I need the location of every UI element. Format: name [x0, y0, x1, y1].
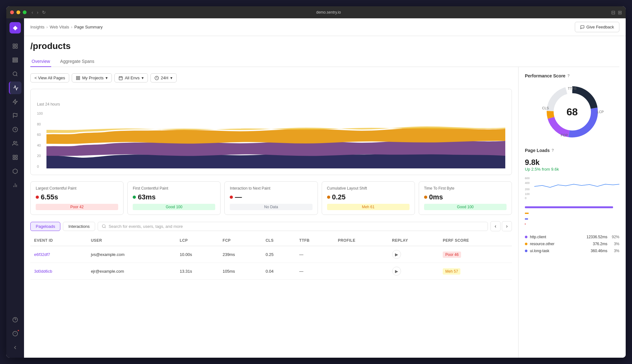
col-user[interactable]: USER: [87, 235, 176, 246]
sidebar-item-grid[interactable]: [9, 151, 21, 164]
col-lcp[interactable]: LCP: [176, 235, 219, 246]
page-header: /products Overview Aggregate Spans: [24, 36, 626, 67]
window-minimize[interactable]: ⊟: [611, 9, 615, 15]
projects-filter[interactable]: My Projects ▾: [72, 73, 112, 82]
event-id-link[interactable]: e6f32df7: [34, 252, 50, 257]
perf-score-info-icon[interactable]: ?: [567, 74, 569, 78]
replay-button[interactable]: ▶: [392, 267, 401, 276]
svg-text:600: 600: [525, 177, 530, 180]
metric-lcp-dot: [36, 196, 39, 199]
sidebar-item-performance[interactable]: [9, 82, 21, 94]
tab-overview[interactable]: Overview: [30, 56, 51, 67]
app-window: ‹ › ↻ demo.sentry.io ⊟ ⊞ ◆: [6, 6, 626, 358]
cell-lcp: 13.31s: [176, 263, 219, 280]
resource-time: 376.2ms: [593, 242, 607, 246]
content-area: < View All Pages My Projects ▾ All Envs …: [24, 67, 626, 358]
sidebar-item-releases[interactable]: [9, 123, 21, 136]
svg-rect-3: [16, 47, 17, 48]
svg-point-32: [102, 225, 105, 228]
next-page-button[interactable]: ›: [502, 221, 512, 231]
search-bar[interactable]: Search for events, users, tags, and more: [98, 222, 488, 231]
sidebar-item-package[interactable]: [9, 165, 21, 178]
col-ttfb[interactable]: TTFB: [295, 235, 334, 246]
performance-score-section: Performance Score ?: [525, 73, 619, 140]
svg-point-7: [13, 72, 17, 76]
sidebar-item-discover[interactable]: [9, 68, 21, 80]
svg-rect-25: [78, 78, 80, 80]
breadcrumb-insights[interactable]: Insights: [30, 25, 45, 29]
score-breakdown-subtitle: Last 24 hours: [37, 102, 505, 106]
resource-time: 360.46ms: [591, 249, 607, 253]
minimize-dot[interactable]: [16, 10, 20, 14]
col-perf-score[interactable]: PERF SCORE: [439, 235, 512, 246]
close-dot[interactable]: [10, 10, 14, 14]
chevron-down-icon-2: ▾: [142, 76, 144, 80]
cell-user: jvs@example.com: [87, 246, 176, 263]
envs-filter[interactable]: All Envs ▾: [114, 73, 148, 82]
give-feedback-label: Give Feedback: [586, 25, 614, 29]
cell-perf-score: Meh 57: [439, 263, 512, 280]
page-loads-info-icon[interactable]: ?: [552, 148, 554, 153]
cell-ttfb: —: [295, 246, 334, 263]
metric-fcp-dot: [133, 196, 136, 199]
time-label: 24H: [161, 76, 168, 80]
sidebar-item-metrics[interactable]: [9, 179, 21, 191]
filters-bar: < View All Pages My Projects ▾ All Envs …: [30, 73, 512, 82]
metric-cls-name: Cumulative Layout Shift: [327, 186, 410, 191]
sidebar-item-flags[interactable]: [9, 109, 21, 122]
forward-icon[interactable]: ›: [37, 10, 39, 15]
score-breakdown-chart: 100 80 60 40 20 0: [37, 112, 505, 168]
cell-perf-score: Poor 46: [439, 246, 512, 263]
score-breakdown-card: Score Breakdown Last 24 hours 100 80 60 …: [30, 89, 512, 175]
svg-rect-13: [16, 158, 17, 160]
tab-interactions[interactable]: Interactions: [63, 222, 95, 231]
metric-fcp: First Contentful Paint 63ms Good 100: [127, 181, 221, 215]
sidebar-item-notifications[interactable]: [9, 327, 21, 340]
breadcrumb-sep-2: ›: [71, 25, 72, 29]
tab-pageloads[interactable]: Pageloads: [30, 222, 60, 231]
sidebar-item-help[interactable]: [9, 313, 21, 326]
tab-aggregate-spans[interactable]: Aggregate Spans: [59, 56, 95, 67]
breadcrumb-sep-1: ›: [46, 25, 48, 29]
sidebar-item-users[interactable]: [9, 137, 21, 150]
page-loads-section: Page Loads ? 9.8k Up 2.5% from 9.6k 600 …: [525, 148, 619, 254]
col-fcp[interactable]: FCP: [219, 235, 262, 246]
reload-icon[interactable]: ↻: [42, 10, 46, 15]
metric-inp-badge: No Data: [230, 204, 312, 210]
metric-ttfb-badge: Good 100: [424, 204, 507, 210]
sidebar-item-issues[interactable]: [9, 54, 21, 66]
sidebar: ◆: [6, 18, 24, 358]
metric-cls-badge: Meh 61: [327, 204, 410, 210]
time-filter[interactable]: 24H ▾: [150, 73, 177, 82]
logo[interactable]: ◆: [9, 22, 21, 33]
col-replay[interactable]: REPLAY: [388, 235, 439, 246]
col-cls[interactable]: CLS: [262, 235, 295, 246]
maximize-dot[interactable]: [23, 10, 27, 14]
replay-button[interactable]: ▶: [392, 250, 401, 259]
col-event-id[interactable]: EVENT ID: [30, 235, 87, 246]
svg-rect-27: [119, 76, 123, 80]
cell-profile: [334, 263, 388, 280]
metrics-row: Largest Contentful Paint 6.55s Poor 42 F…: [30, 181, 512, 215]
window-maximize[interactable]: ⊞: [618, 9, 622, 15]
metric-ttfb: Time To First Byte 0ms Good 100: [419, 181, 512, 215]
sidebar-item-dashboard[interactable]: [9, 40, 21, 52]
svg-rect-26: [76, 78, 78, 80]
sidebar-item-alerts[interactable]: [9, 95, 21, 108]
breadcrumb-webvitals[interactable]: Web Vitals: [50, 25, 69, 29]
metric-cls-value: 0.25: [327, 193, 410, 201]
give-feedback-button[interactable]: Give Feedback: [575, 22, 619, 32]
svg-rect-1: [16, 44, 17, 46]
metric-ttfb-dot: [424, 196, 427, 199]
metric-inp-value: —: [230, 193, 312, 201]
col-profile[interactable]: PROFILE: [334, 235, 388, 246]
sidebar-item-collapse[interactable]: [9, 341, 21, 354]
resource-pct: 92%: [610, 235, 619, 239]
table-row: 3d0dd6cb ejr@example.com 13.31s 105ms 0.…: [30, 263, 512, 280]
table-tabs: Pageloads Interactions Search for events…: [30, 221, 512, 231]
metric-fcp-name: First Contentful Paint: [133, 186, 215, 191]
view-all-pages-button[interactable]: < View All Pages: [30, 73, 69, 82]
prev-page-button[interactable]: ‹: [490, 221, 501, 231]
back-icon[interactable]: ‹: [32, 10, 33, 15]
event-id-link[interactable]: 3d0dd6cb: [34, 269, 52, 274]
